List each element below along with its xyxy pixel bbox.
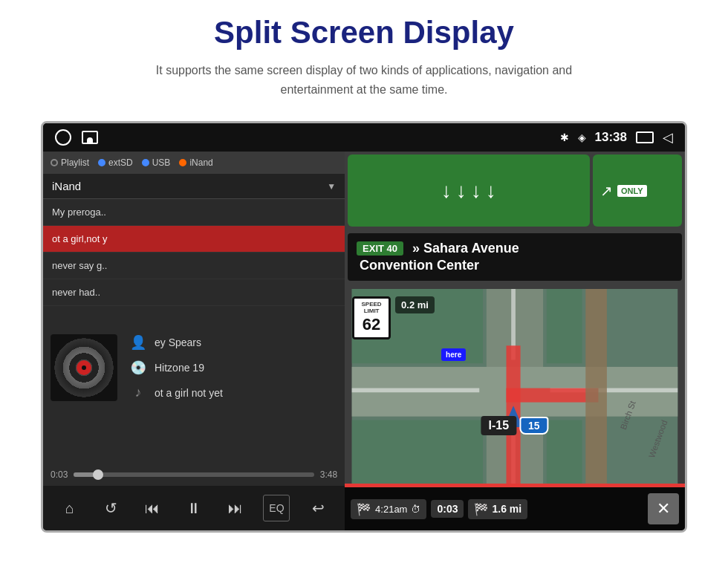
flag-end-icon: 🏁	[474, 502, 489, 516]
eta-time: 4:21am	[375, 504, 407, 515]
nav-sign-panel: ↗ ONLY	[593, 155, 682, 227]
eq-button[interactable]: EQ	[263, 495, 290, 521]
source-tab-usb[interactable]: USB	[142, 157, 171, 168]
here-logo: here	[441, 348, 466, 361]
nav-panel: ↓ ↓ ↓ ↓ ↗ ONLY EXIT 40 » Sahara Avenue C…	[345, 152, 685, 530]
source-tab-extsd[interactable]: extSD	[98, 157, 133, 168]
repeat-button[interactable]: ↺	[98, 495, 125, 521]
source-tab-inand[interactable]: iNand	[179, 157, 212, 168]
controls-bar: ⌂ ↺ ⏮ ⏸ ⏭ EQ ↩	[43, 486, 345, 530]
progress-section: 0:03 3:48	[43, 469, 345, 486]
radio-dot-inand	[179, 159, 186, 166]
song-item-1[interactable]: My preroga..	[43, 199, 345, 226]
title-row: ♪ ot a girl not yet	[129, 385, 337, 400]
source-label-extsd: extSD	[108, 157, 133, 168]
progress-bar[interactable]	[74, 472, 313, 477]
exit-badge: EXIT 40	[357, 241, 403, 256]
time-remaining-value: 0:03	[437, 503, 458, 515]
track-details: 👤 ey Spears 💿 Hitzone 19 ♪ ot a girl not…	[129, 334, 337, 400]
track-title: ot a girl not yet	[155, 387, 223, 399]
back-icon[interactable]: ◁	[663, 129, 673, 146]
selected-source: iNand	[52, 180, 81, 192]
album-row: 💿 Hitzone 19	[129, 360, 337, 376]
flag-start-icon: 🏁	[357, 502, 371, 516]
next-button[interactable]: ⏭	[222, 495, 249, 521]
person-icon: 👤	[129, 334, 147, 351]
home-button[interactable]: ⌂	[56, 495, 83, 521]
device-frame: ✱ ◈ 13:38 ◁ Playlist extSD	[41, 121, 687, 533]
prev-button[interactable]: ⏮	[139, 495, 166, 521]
source-label-playlist: Playlist	[61, 157, 89, 168]
status-bar: ✱ ◈ 13:38 ◁	[43, 123, 685, 152]
radio-dot-extsd	[98, 159, 105, 166]
split-screen: Playlist extSD USB iNand iNand ▼	[43, 152, 685, 530]
svg-rect-9	[585, 289, 607, 487]
page-subtitle: It supports the same screen display of t…	[141, 61, 587, 99]
map-area: Birch St Westwood SPEEDLIMIT 62 0.2 mi h…	[345, 289, 685, 487]
battery-icon	[636, 131, 654, 143]
only-badge: ONLY	[617, 185, 647, 197]
pause-button[interactable]: ⏸	[181, 495, 207, 521]
highway-shield: 15	[519, 417, 549, 435]
svg-rect-8	[507, 388, 599, 403]
disc-center	[82, 365, 86, 370]
song-item-3[interactable]: never say g..	[43, 253, 345, 279]
radio-dot-playlist	[51, 159, 58, 166]
speed-limit-badge: SPEEDLIMIT 62	[352, 296, 391, 339]
disc-visual	[54, 338, 114, 397]
page-title: Split Screen Display	[214, 15, 514, 51]
gallery-icon	[82, 131, 98, 144]
nav-dist-remaining: 🏁 1.6 mi	[468, 499, 527, 519]
speed-limit-number: 62	[363, 315, 380, 334]
nav-instruction: EXIT 40 » Sahara Avenue Convention Cente…	[348, 233, 682, 281]
nav-arrow-1: ↓	[441, 179, 452, 203]
source-tab-playlist[interactable]: Playlist	[51, 157, 89, 168]
nav-direction-panel: ↓ ↓ ↓ ↓	[348, 155, 590, 227]
progress-thumb	[93, 469, 103, 480]
time-total: 3:48	[320, 469, 337, 480]
artist-row: 👤 ey Spears	[129, 334, 337, 351]
song-item-4[interactable]: never had..	[43, 279, 345, 306]
svg-rect-12	[352, 420, 483, 488]
song-list: My preroga.. ot a girl,not y never say g…	[43, 199, 345, 327]
nav-arrow-2: ↓	[456, 179, 467, 203]
map-svg: Birch St Westwood	[345, 289, 685, 487]
nav-venue: Convention Center	[357, 258, 673, 273]
nav-eta: 🏁 4:21am ⏱	[351, 499, 426, 519]
bluetooth-icon: ✱	[560, 131, 569, 143]
nav-close-button[interactable]: ✕	[648, 493, 679, 524]
svg-rect-5	[352, 388, 480, 393]
album-art	[51, 334, 117, 401]
disc-inner	[77, 360, 91, 375]
disc-icon: 💿	[129, 360, 147, 376]
svg-rect-11	[547, 289, 582, 363]
radio-dot-usb	[142, 159, 149, 166]
artist-name: ey Spears	[155, 336, 201, 348]
clock-icon: ⏱	[411, 504, 420, 515]
dist-remaining-value: 1.6 mi	[492, 503, 521, 515]
nav-bottom-bar: 🏁 4:21am ⏱ 0:03 🏁 1.6 mi ✕	[345, 487, 685, 530]
nav-time-remaining: 0:03	[431, 500, 464, 518]
now-playing: 👤 ey Spears 💿 Hitzone 19 ♪ ot a girl not…	[43, 327, 345, 469]
album-name: Hitzone 19	[155, 362, 204, 374]
source-tabs: Playlist extSD USB iNand	[43, 152, 345, 174]
source-label-inand: iNand	[189, 157, 212, 168]
dropdown-arrow-icon: ▼	[327, 181, 336, 192]
song-item-2[interactable]: ot a girl,not y	[43, 226, 345, 253]
status-time: 13:38	[595, 130, 627, 145]
back-button[interactable]: ↩	[305, 495, 331, 521]
speed-limit-label: SPEEDLIMIT	[362, 302, 382, 315]
playlist-selector[interactable]: iNand ▼	[43, 174, 345, 199]
music-icon: ♪	[129, 385, 147, 400]
nav-arrow-3: ↓	[471, 179, 481, 203]
highway-label-group: I-15 15	[481, 416, 548, 435]
highway-name: I-15	[481, 416, 516, 435]
track-info: 👤 ey Spears 💿 Hitzone 19 ♪ ot a girl not…	[51, 334, 337, 401]
location-icon: ◈	[578, 131, 586, 143]
svg-rect-13	[547, 420, 582, 488]
home-icon	[55, 129, 71, 146]
distance-badge: 0.2 mi	[395, 296, 435, 313]
time-current: 0:03	[51, 469, 68, 480]
media-panel: Playlist extSD USB iNand iNand ▼	[43, 152, 345, 530]
nav-street: » Sahara Avenue	[412, 241, 519, 256]
